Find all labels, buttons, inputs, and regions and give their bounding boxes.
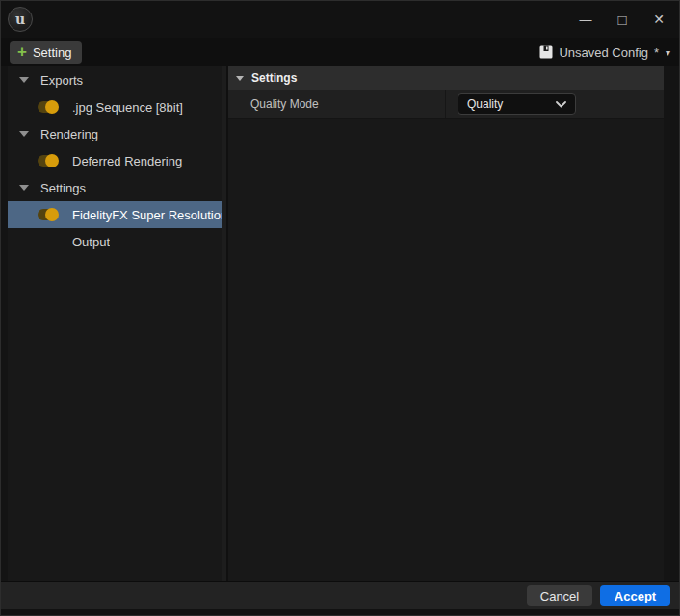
main-area: Exports .jpg Sequence [8bit] Rendering D… xyxy=(1,66,679,581)
cancel-button[interactable]: Cancel xyxy=(527,585,592,606)
quality-mode-select[interactable]: Quality xyxy=(458,93,576,115)
chevron-down-icon xyxy=(236,76,244,81)
chevron-down-icon xyxy=(19,77,29,83)
dialog-footer: Cancel Accept xyxy=(1,581,679,609)
config-preset-dropdown[interactable]: Unsaved Config * ▾ xyxy=(539,45,670,60)
settings-tree-panel: Exports .jpg Sequence [8bit] Rendering D… xyxy=(8,66,222,581)
selected-option-label: Quality xyxy=(467,97,503,111)
config-name-label: Unsaved Config xyxy=(559,45,648,60)
window-frame-bottom xyxy=(1,609,679,615)
tree-item-label: .jpg Sequence [8bit] xyxy=(72,100,183,115)
tree-item-deferred-rendering[interactable]: Deferred Rendering xyxy=(8,147,222,174)
chevron-down-icon xyxy=(19,185,29,191)
caret-down-icon: ▾ xyxy=(666,47,670,58)
section-title: Settings xyxy=(251,71,297,85)
details-section-header[interactable]: Settings xyxy=(228,66,664,90)
save-icon xyxy=(539,45,553,59)
minimize-button[interactable]: — xyxy=(567,1,604,38)
title-bar: u — □ ✕ xyxy=(1,1,679,38)
accept-button[interactable]: Accept xyxy=(600,585,670,606)
tree-category-exports[interactable]: Exports xyxy=(8,66,222,93)
expand-arrow[interactable] xyxy=(8,77,40,83)
add-setting-button[interactable]: + Setting xyxy=(10,41,82,64)
property-value-cell: Quality xyxy=(446,90,641,118)
tree-item-label: Output xyxy=(72,235,110,249)
close-button[interactable]: ✕ xyxy=(641,1,677,38)
tree-item-label: FidelityFX Super Resolution xyxy=(72,208,222,222)
category-label: Rendering xyxy=(40,127,98,141)
maximize-button[interactable]: □ xyxy=(604,1,641,38)
panel-splitter[interactable] xyxy=(222,66,228,581)
tree-item-jpg-sequence[interactable]: .jpg Sequence [8bit] xyxy=(8,93,222,120)
property-extra-cell xyxy=(641,90,664,118)
window-controls: — □ ✕ xyxy=(567,1,679,38)
category-label: Settings xyxy=(40,181,86,195)
tree-item-fidelityfx-super-resolution-selected[interactable]: FidelityFX Super Resolution xyxy=(8,201,222,228)
unreal-engine-logo-icon: u xyxy=(8,7,33,32)
property-row-quality-mode: Quality Mode Quality xyxy=(228,90,664,119)
settings-dialog-window: u — □ ✕ + Setting Unsaved Config * ▾ xyxy=(0,0,680,616)
expand-arrow[interactable] xyxy=(228,76,251,81)
enable-toggle-on[interactable] xyxy=(38,209,58,220)
toggle-knob xyxy=(45,100,59,114)
details-panel: Settings Quality Mode Quality xyxy=(228,66,664,581)
chevron-down-icon xyxy=(19,131,29,137)
add-setting-label: Setting xyxy=(33,45,71,60)
property-label: Quality Mode xyxy=(228,90,446,118)
expand-arrow[interactable] xyxy=(8,131,40,137)
category-label: Exports xyxy=(40,73,83,88)
toggle-knob xyxy=(45,208,59,221)
enable-toggle-on[interactable] xyxy=(38,155,58,167)
tree-item-output[interactable]: Output xyxy=(8,228,222,255)
expand-arrow[interactable] xyxy=(8,185,40,191)
unsaved-changes-indicator: * xyxy=(654,45,659,60)
toolbar: + Setting Unsaved Config * ▾ xyxy=(1,38,679,66)
toggle-knob xyxy=(45,154,59,167)
tree-item-label: Deferred Rendering xyxy=(72,154,182,168)
tree-category-settings[interactable]: Settings xyxy=(8,174,222,201)
plus-icon: + xyxy=(17,43,27,60)
tree-category-rendering[interactable]: Rendering xyxy=(8,120,222,147)
scrollbar-gutter xyxy=(664,66,671,581)
chevron-down-icon xyxy=(556,101,566,108)
enable-toggle-on[interactable] xyxy=(38,101,58,113)
